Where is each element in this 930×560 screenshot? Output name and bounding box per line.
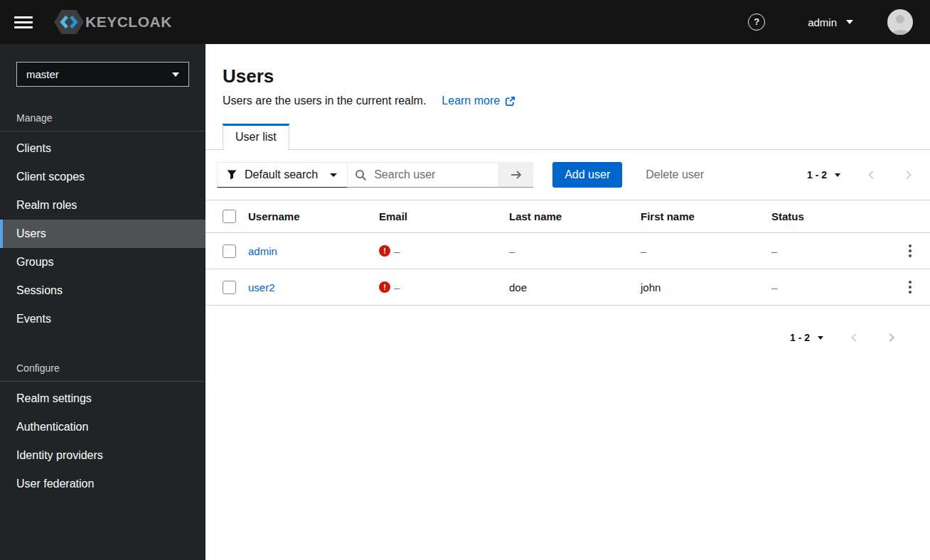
- sidebar-item-identity-providers[interactable]: Identity providers: [0, 441, 205, 470]
- table-header-row: Username Email Last name First name Stat…: [205, 200, 930, 233]
- page-title: Users: [223, 65, 913, 87]
- email-value: –: [394, 245, 400, 257]
- sidebar-item-clients[interactable]: Clients: [0, 134, 205, 163]
- page-description: Users are the users in the current realm…: [223, 95, 913, 107]
- sidebar-item-realm-roles[interactable]: Realm roles: [0, 191, 205, 220]
- kebab-icon: [909, 281, 912, 294]
- nav-section-manage: Manage Clients Client scopes Realm roles…: [0, 106, 205, 333]
- avatar[interactable]: [887, 9, 913, 35]
- column-header-username: Username: [248, 200, 379, 233]
- tab-user-list[interactable]: User list: [223, 124, 289, 150]
- prev-page-button[interactable]: [867, 170, 877, 180]
- user-link-admin[interactable]: admin: [248, 245, 277, 257]
- email-unverified-icon: !: [379, 245, 390, 257]
- column-header-last-name: Last name: [509, 200, 641, 233]
- table-row: admin ! – – – –: [205, 233, 930, 269]
- search-submit-button[interactable]: [499, 162, 533, 188]
- search-field: [348, 162, 499, 188]
- nav-toggle-button[interactable]: [11, 11, 36, 33]
- pagination-menu-bottom[interactable]: 1 - 2: [790, 332, 823, 343]
- external-link-icon: [505, 96, 515, 107]
- user-link-user2[interactable]: user2: [248, 281, 275, 294]
- next-page-button[interactable]: [886, 333, 896, 343]
- page-header: Users Users are the users in the current…: [205, 44, 930, 107]
- tab-bar: User list: [205, 124, 930, 150]
- column-header-status: Status: [771, 200, 896, 233]
- chevron-down-icon: [818, 336, 823, 340]
- sidebar-item-user-federation[interactable]: User federation: [0, 470, 205, 498]
- user-dropdown[interactable]: admin: [808, 16, 853, 28]
- table-toolbar: Default search: [205, 150, 930, 200]
- search-type-label: Default search: [245, 168, 318, 181]
- row-kebab-menu[interactable]: [903, 278, 917, 296]
- nav-section-configure: Configure Realm settings Authentication …: [0, 356, 205, 498]
- chevron-down-icon: [846, 20, 853, 24]
- brand-text: KEYCLOAK: [85, 14, 172, 31]
- sidebar: master Manage Clients Client scopes Real…: [0, 44, 205, 560]
- search-input[interactable]: [373, 168, 491, 182]
- delete-user-button[interactable]: Delete user: [634, 162, 715, 188]
- arrow-right-icon: [510, 169, 523, 181]
- kebab-icon: [909, 244, 912, 257]
- search-group: Default search: [217, 162, 533, 188]
- sidebar-item-groups[interactable]: Groups: [0, 248, 205, 276]
- nav-section-title: Configure: [0, 356, 205, 381]
- prev-page-button[interactable]: [850, 333, 860, 343]
- row-checkbox[interactable]: [223, 244, 236, 258]
- pagination-range-label: 1 - 2: [790, 332, 810, 343]
- email-value: –: [394, 281, 400, 294]
- masthead-actions: ? admin: [748, 9, 913, 35]
- hamburger-icon: [14, 16, 33, 18]
- table-row: user2 ! – doe john –: [205, 269, 930, 306]
- search-type-dropdown[interactable]: Default search: [217, 162, 348, 188]
- sidebar-item-realm-settings[interactable]: Realm settings: [0, 384, 205, 413]
- filter-icon: [227, 170, 237, 180]
- status-value: –: [771, 281, 777, 294]
- main-content: Users Users are the users in the current…: [205, 44, 930, 560]
- sidebar-item-client-scopes[interactable]: Client scopes: [0, 163, 205, 191]
- masthead: KEYCLOAK ? admin: [0, 0, 930, 44]
- column-header-first-name: First name: [641, 200, 771, 233]
- first-name-value: john: [641, 281, 661, 294]
- keycloak-logo[interactable]: KEYCLOAK: [54, 9, 172, 36]
- pagination-menu-top[interactable]: 1 - 2: [807, 169, 840, 181]
- pagination-range-label: 1 - 2: [807, 169, 827, 181]
- last-name-value: doe: [509, 281, 527, 294]
- add-user-button[interactable]: Add user: [552, 162, 622, 188]
- nav-section-title: Manage: [0, 106, 205, 131]
- help-icon[interactable]: ?: [748, 14, 765, 31]
- next-page-button[interactable]: [903, 170, 913, 180]
- chevron-down-icon: [172, 72, 179, 77]
- users-table: Username Email Last name First name Stat…: [205, 200, 930, 306]
- pagination-bottom: 1 - 2: [205, 306, 930, 343]
- row-kebab-menu[interactable]: [903, 242, 917, 260]
- search-icon: [355, 169, 367, 181]
- first-name-value: –: [641, 245, 646, 257]
- sidebar-item-events[interactable]: Events: [0, 305, 205, 333]
- chevron-down-icon: [835, 173, 840, 177]
- sidebar-item-sessions[interactable]: Sessions: [0, 276, 205, 305]
- username-label: admin: [808, 16, 837, 28]
- divider: [0, 131, 205, 131]
- divider: [0, 381, 205, 382]
- keycloak-hexagon-icon: [54, 9, 84, 36]
- email-unverified-icon: !: [379, 281, 390, 293]
- sidebar-item-authentication[interactable]: Authentication: [0, 413, 205, 441]
- last-name-value: –: [509, 245, 515, 257]
- page-description-text: Users are the users in the current realm…: [223, 95, 426, 107]
- select-all-checkbox[interactable]: [223, 210, 236, 223]
- status-value: –: [771, 245, 777, 257]
- column-header-email: Email: [379, 200, 509, 233]
- keycloak-admin-console: KEYCLOAK ? admin: [0, 0, 930, 560]
- row-checkbox[interactable]: [223, 281, 236, 294]
- learn-more-link[interactable]: Learn more: [442, 95, 515, 107]
- pagination-top: 1 - 2: [807, 169, 913, 181]
- realm-selector[interactable]: master: [16, 62, 189, 87]
- sidebar-item-users[interactable]: Users: [0, 220, 205, 248]
- realm-selector-value: master: [26, 68, 59, 80]
- chevron-down-icon: [330, 173, 337, 177]
